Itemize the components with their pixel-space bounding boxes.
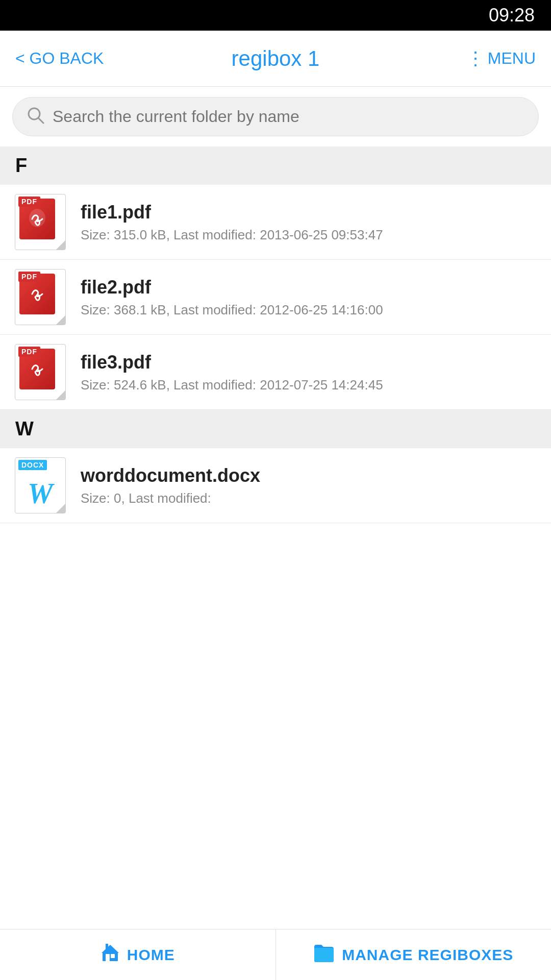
home-nav-item[interactable]: HOME (0, 929, 276, 980)
menu-dots-icon: ⋮ (466, 50, 484, 68)
manage-nav-label: MANAGE REGIBOXES (342, 946, 513, 964)
file-name: file3.pdf (81, 352, 539, 373)
menu-button[interactable]: ⋮ MENU (434, 49, 536, 68)
pdf-label-badge: PDF (18, 197, 40, 207)
search-container (0, 87, 551, 146)
file-name: worddocument.docx (81, 465, 539, 486)
manage-nav-item[interactable]: MANAGE REGIBOXES (276, 929, 552, 980)
bottom-nav: HOME MANAGE REGIBOXES (0, 929, 551, 980)
status-time: 09:28 (489, 5, 535, 26)
pdf-label-badge: PDF (18, 347, 40, 357)
svg-rect-4 (111, 954, 115, 958)
svg-line-1 (38, 118, 43, 123)
folder-icon (313, 943, 335, 967)
menu-label: MENU (488, 49, 536, 68)
home-icon (101, 943, 120, 967)
list-item[interactable]: DOCX W worddocument.docx Size: 0, Last m… (0, 448, 551, 523)
file-meta: Size: 524.6 kB, Last modified: 2012-07-2… (81, 377, 539, 393)
section-letter-w: W (15, 418, 34, 439)
file-info: file3.pdf Size: 524.6 kB, Last modified:… (81, 352, 539, 393)
file-name: file1.pdf (81, 202, 539, 223)
file-name: file2.pdf (81, 277, 539, 298)
svg-marker-5 (102, 945, 119, 953)
docx-label-badge: DOCX (18, 460, 47, 470)
list-item[interactable]: PDF file1.pdf Size: 315.0 kB, Last modif… (0, 185, 551, 260)
status-bar: 09:28 (0, 0, 551, 31)
docx-w-icon: W (28, 477, 53, 510)
main-content: F PDF file1.pdf Size: 315.0 kB, Last mod… (0, 87, 551, 980)
list-item[interactable]: PDF file3.pdf Size: 524.6 kB, Last modif… (0, 335, 551, 410)
pdf-label-badge: PDF (18, 272, 40, 282)
svg-rect-7 (314, 948, 334, 962)
file-info: file2.pdf Size: 368.1 kB, Last modified:… (81, 277, 539, 318)
section-letter-f: F (15, 155, 27, 176)
search-bar[interactable] (12, 97, 539, 136)
search-input[interactable] (53, 107, 524, 126)
section-header-w: W (0, 410, 551, 448)
section-header-f: F (0, 146, 551, 185)
home-nav-label: HOME (127, 946, 175, 964)
back-label: < GO BACK (15, 49, 104, 68)
header: < GO BACK regibox 1 ⋮ MENU (0, 31, 551, 87)
file-icon-pdf: PDF (12, 194, 68, 250)
header-title: regibox 1 (117, 46, 434, 71)
file-info: file1.pdf Size: 315.0 kB, Last modified:… (81, 202, 539, 243)
back-button[interactable]: < GO BACK (15, 49, 117, 68)
file-icon-pdf: PDF (12, 344, 68, 400)
file-icon-pdf: PDF (12, 269, 68, 325)
file-icon-docx: DOCX W (12, 457, 68, 513)
file-meta: Size: 368.1 kB, Last modified: 2012-06-2… (81, 302, 539, 318)
list-item[interactable]: PDF file2.pdf Size: 368.1 kB, Last modif… (0, 260, 551, 335)
file-meta: Size: 315.0 kB, Last modified: 2013-06-2… (81, 227, 539, 243)
file-meta: Size: 0, Last modified: (81, 491, 539, 506)
svg-rect-6 (106, 944, 108, 949)
svg-rect-2 (103, 952, 118, 961)
search-icon (27, 107, 44, 127)
file-info: worddocument.docx Size: 0, Last modified… (81, 465, 539, 506)
svg-rect-3 (106, 954, 110, 961)
